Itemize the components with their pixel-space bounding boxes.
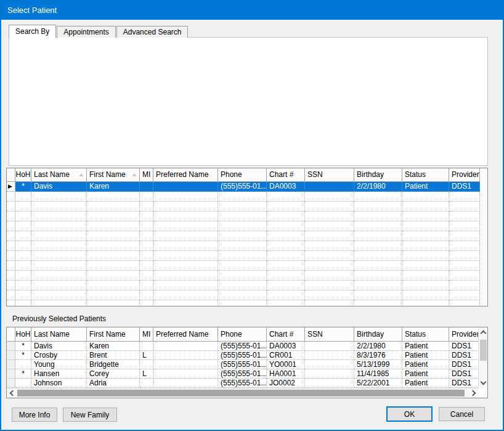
- header-status[interactable]: Status: [402, 327, 449, 342]
- empty-row: [7, 290, 487, 300]
- header-status[interactable]: Status: [402, 168, 449, 182]
- cancel-button[interactable]: Cancel: [439, 407, 485, 421]
- empty-row: [7, 211, 487, 221]
- header-phone[interactable]: Phone: [218, 168, 267, 182]
- sort-asc-icon: [79, 173, 84, 176]
- previously-selected-label: Previously Selected Patients: [12, 314, 106, 323]
- cell-hoh: *: [15, 182, 31, 192]
- header-mi[interactable]: MI: [140, 327, 153, 342]
- header-ssn[interactable]: SSN: [305, 327, 354, 342]
- header-last-name[interactable]: Last Name: [31, 168, 87, 182]
- scroll-left-button[interactable]: [7, 388, 17, 398]
- ok-button[interactable]: OK: [386, 406, 433, 422]
- empty-row: [7, 192, 487, 202]
- header-birthday[interactable]: Birthday: [354, 168, 402, 182]
- search-results-table: HoH Last Name First Name MI Preferred Na…: [6, 168, 488, 306]
- current-row-arrow-icon: ▶: [7, 182, 15, 191]
- previous-patient-row[interactable]: * Crosby Brent L (555)555-01... CR001 8/…: [7, 351, 478, 360]
- empty-row: [7, 300, 487, 306]
- window-title: Select Patient: [7, 6, 57, 15]
- cell-last-name: Davis: [31, 182, 87, 192]
- tab-appointments[interactable]: Appointments: [57, 26, 115, 38]
- cell-ssn: [305, 182, 354, 192]
- previous-patient-row[interactable]: * Davis Karen (555)555-01... DA0003 2/2/…: [7, 342, 478, 351]
- previous-patient-row[interactable]: Johnson Adria (555)555-01... JO0002 5/22…: [7, 379, 478, 388]
- header-first-name[interactable]: First Name: [87, 168, 140, 182]
- header-indicator: [7, 168, 15, 182]
- results-header-row: HoH Last Name First Name MI Preferred Na…: [7, 168, 487, 182]
- horizontal-scroll-thumb[interactable]: [17, 390, 465, 396]
- header-preferred-name[interactable]: Preferred Name: [153, 168, 218, 182]
- vertical-scroll-thumb[interactable]: [480, 340, 487, 361]
- previous-patient-row[interactable]: * Hansen Corey L (555)555-01... HA0001 1…: [7, 369, 478, 379]
- header-provider[interactable]: Provider: [449, 327, 478, 342]
- scroll-down-button[interactable]: [479, 378, 488, 388]
- tab-advanced-search[interactable]: Advanced Search: [116, 26, 189, 38]
- chevron-up-icon: [481, 330, 487, 337]
- previous-patients-table: HoH Last Name First Name MI Preferred Na…: [6, 327, 488, 398]
- empty-row: [7, 251, 487, 261]
- header-preferred-name[interactable]: Preferred Name: [153, 327, 218, 342]
- header-provider[interactable]: Provider: [449, 168, 480, 182]
- cell-preferred-name: [153, 182, 218, 192]
- cell-provider: DDS1: [449, 182, 480, 192]
- search-by-panel: [9, 37, 488, 166]
- empty-row: [7, 202, 487, 211]
- chevron-left-icon: [10, 390, 16, 396]
- vertical-scrollbar: [478, 327, 487, 388]
- cell-phone: (555)555-01...: [218, 182, 267, 192]
- cell-status: Patient: [402, 182, 449, 192]
- cell-first-name: Karen: [87, 182, 140, 192]
- header-indicator: [7, 327, 15, 342]
- new-family-button[interactable]: New Family: [63, 408, 117, 422]
- header-birthday[interactable]: Birthday: [354, 327, 402, 342]
- result-row[interactable]: ▶ * Davis Karen (555)555-01... DA0003 2/…: [7, 182, 487, 192]
- horizontal-scrollbar: [7, 388, 479, 398]
- header-chart[interactable]: Chart #: [267, 327, 305, 342]
- previous-patient-row[interactable]: Young Bridgette (555)555-01... YO0001 5/…: [7, 360, 478, 369]
- select-patient-dialog: Select Patient Search By Appointments Ad…: [0, 0, 504, 431]
- scroll-right-button[interactable]: [469, 388, 479, 398]
- more-info-button[interactable]: More Info: [12, 408, 57, 422]
- cell-chart: DA0003: [267, 182, 305, 192]
- empty-row: [7, 271, 487, 281]
- header-hoh[interactable]: HoH: [15, 327, 31, 342]
- chevron-right-icon: [470, 390, 476, 396]
- cell-birthday: 2/2/1980: [354, 182, 402, 192]
- cell-mi: [140, 182, 153, 192]
- previous-header-row: HoH Last Name First Name MI Preferred Na…: [7, 327, 478, 342]
- header-last-name[interactable]: Last Name: [31, 327, 87, 342]
- chevron-down-icon: [481, 379, 487, 385]
- empty-row: [7, 231, 487, 241]
- header-chart[interactable]: Chart #: [267, 168, 305, 182]
- header-first-name[interactable]: First Name: [87, 327, 140, 342]
- header-hoh[interactable]: HoH: [15, 168, 31, 182]
- header-mi[interactable]: MI: [140, 168, 153, 182]
- header-ssn[interactable]: SSN: [305, 168, 354, 182]
- empty-row: [7, 241, 487, 251]
- tab-search-by[interactable]: Search By: [9, 25, 56, 38]
- empty-row: [7, 261, 487, 271]
- header-phone[interactable]: Phone: [218, 327, 267, 342]
- tab-strip: Search By Appointments Advanced Search: [9, 24, 189, 38]
- scroll-up-button[interactable]: [479, 327, 488, 337]
- titlebar[interactable]: Select Patient: [0, 0, 504, 20]
- empty-row: [7, 221, 487, 231]
- empty-row: [7, 281, 487, 290]
- sort-asc-icon: [132, 173, 137, 176]
